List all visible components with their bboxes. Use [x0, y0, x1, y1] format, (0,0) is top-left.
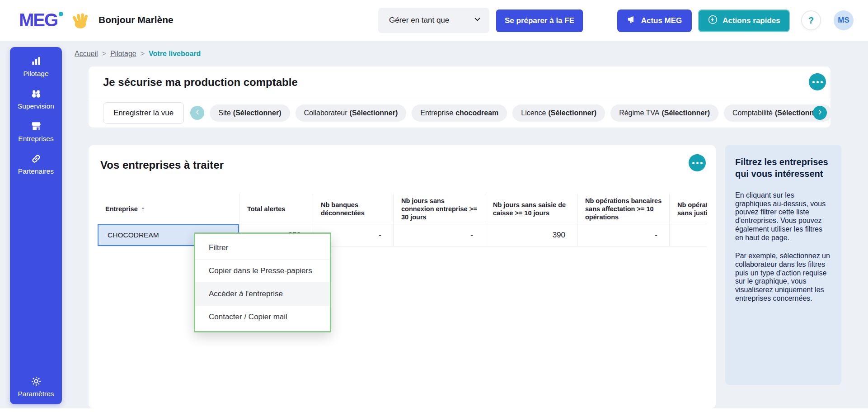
filter-value: (Sélectionner) [662, 109, 710, 117]
context-menu-item-acceder-entreprise[interactable]: Accéder à l'entreprise [195, 282, 330, 305]
filter-pill-regime-tva[interactable]: Régime TVA (Sélectionner) [610, 104, 718, 122]
context-menu: Filtrer Copier dans le Presse-papiers Ac… [194, 232, 331, 332]
help-button[interactable]: ? [801, 10, 821, 30]
filter-pill-entreprise[interactable]: Entreprise chocodream [412, 104, 507, 122]
lightning-icon [708, 14, 718, 27]
column-header-nb-jours-caisse[interactable]: Nb jours sans saisie de caisse >= 10 jou… [485, 194, 577, 224]
liveboard-card: Je sécurise ma production comptable Enre… [89, 66, 830, 128]
cell-nb-ops-affectation[interactable]: - [577, 224, 670, 246]
cell-nb-jours-caisse[interactable]: 390 [485, 224, 577, 246]
sidebar-label-parametres: Paramètres [18, 390, 54, 398]
sidebar-item-partenaires[interactable]: Partenaires [10, 153, 62, 175]
column-header-nb-banques[interactable]: Nb banques déconnectées [313, 194, 394, 224]
ellipsis-icon [821, 81, 823, 83]
filter-label: Entreprise [420, 109, 453, 117]
question-mark-icon: ? [808, 15, 814, 26]
filters-scroll-left-button[interactable] [190, 106, 204, 120]
prepare-fe-label: Se préparer à la FE [505, 16, 574, 25]
chevron-left-icon [194, 109, 201, 117]
logo-text: MEG [19, 11, 57, 29]
context-menu-item-filtrer[interactable]: Filtrer [195, 237, 330, 259]
column-header-entreprise[interactable]: Entreprise ↑ [98, 194, 239, 224]
save-view-button[interactable]: Enregistrer la vue [103, 102, 184, 124]
filter-pill-licence[interactable]: Licence (Sélectionner) [512, 104, 605, 122]
sidebar-label-partenaires: Partenaires [18, 167, 54, 175]
waving-hand-icon [71, 11, 89, 29]
sidebar-item-supervision[interactable]: Supervision [10, 88, 62, 110]
filter-value: (Sélectionner) [233, 109, 282, 117]
page-bottom-strip [0, 408, 868, 412]
chevron-right-icon [816, 109, 824, 117]
info-panel-paragraph-2: Par exemple, sélectionnez un collaborate… [735, 252, 831, 303]
cell-nb-jours-connexion[interactable]: - [394, 224, 485, 246]
filter-value: chocodream [455, 109, 498, 117]
breadcrumb-separator: > [102, 50, 106, 58]
ellipsis-icon [700, 162, 703, 164]
filter-label: Régime TVA [619, 109, 659, 117]
sidebar-item-pilotage[interactable]: Pilotage [10, 55, 62, 78]
filter-label: Licence [521, 109, 546, 117]
breadcrumb-separator: > [141, 50, 145, 58]
top-header: MEG Bonjour Marlène Gérer en tant que [0, 0, 868, 41]
sidebar-label-entreprises: Entreprises [18, 135, 53, 143]
ellipsis-icon [812, 81, 815, 83]
column-header-nb-ops-justificatif[interactable]: Nb opérations bancaires sans justificati… [670, 194, 707, 224]
liveboard-title-row: Je sécurise ma production comptable [89, 66, 830, 98]
sidebar-label-supervision: Supervision [18, 102, 54, 110]
meg-app-screen: MEG Bonjour Marlène Gérer en tant que [0, 0, 868, 412]
breadcrumb: Accueil > Pilotage > Votre liveboard [75, 50, 201, 58]
megaphone-icon [627, 15, 637, 27]
cell-nb-ops-justificatif[interactable] [670, 224, 707, 246]
sidebar-item-parametres[interactable]: Paramètres [10, 375, 62, 398]
binoculars-icon [30, 88, 42, 99]
manage-as-label: Gérer en tant que [389, 16, 449, 25]
info-panel: Filtrez les entreprises qui vous intéres… [725, 145, 841, 385]
filter-label: Comptabilité [732, 109, 773, 117]
quick-actions-button[interactable]: Actions rapides [698, 9, 790, 32]
storefront-icon [30, 120, 42, 132]
breadcrumb-accueil[interactable]: Accueil [75, 50, 98, 58]
entreprises-more-button[interactable] [689, 154, 706, 171]
filter-pill-collaborateur[interactable]: Collaborateur (Sélectionner) [296, 104, 407, 122]
quick-actions-label: Actions rapides [723, 16, 780, 25]
ellipsis-icon [816, 81, 819, 83]
meg-logo[interactable]: MEG [19, 11, 63, 29]
liveboard-more-button[interactable] [809, 73, 826, 90]
column-header-nb-jours-connexion[interactable]: Nb jours sans connexion entreprise >= 30… [394, 194, 485, 224]
link-icon [30, 153, 42, 165]
liveboard-title: Je sécurise ma production comptable [103, 76, 298, 89]
manage-as-dropdown[interactable]: Gérer en tant que [378, 8, 489, 33]
user-avatar[interactable]: MS [834, 10, 854, 30]
filter-pill-site[interactable]: Site (Sélectionner) [210, 104, 290, 122]
filter-label: Site [218, 109, 231, 117]
logo-dot-icon [59, 12, 63, 16]
column-header-total-alertes[interactable]: Total alertes [239, 194, 313, 224]
filter-pills: Site (Sélectionner) Collaborateur (Sélec… [210, 104, 830, 122]
column-header-nb-ops-affectation[interactable]: Nb opérations bancaires sans affectation… [577, 194, 670, 224]
sidebar-label-pilotage: Pilotage [23, 70, 48, 78]
sidebar-item-entreprises[interactable]: Entreprises [10, 120, 62, 143]
breadcrumb-current: Votre liveboard [149, 50, 201, 58]
ellipsis-icon [696, 162, 699, 164]
main-sidebar: Pilotage Supervision Entreprises Partena… [10, 47, 62, 404]
filter-value: (Sélectionner) [548, 109, 596, 117]
info-panel-title: Filtrez les entreprises qui vous intéres… [735, 156, 831, 180]
ellipsis-icon [692, 162, 694, 164]
prepare-fe-button[interactable]: Se préparer à la FE [496, 9, 583, 32]
info-panel-paragraph-1: En cliquant sur les graphiques au-dessus… [735, 191, 831, 242]
chevron-down-icon [474, 15, 481, 25]
table-header-row: Entreprise ↑ Total alertes Nb banques dé… [98, 194, 707, 224]
breadcrumb-pilotage[interactable]: Pilotage [110, 50, 136, 58]
sort-asc-icon[interactable]: ↑ [141, 205, 145, 213]
entreprises-card-title: Vos entreprises à traiter [100, 159, 224, 171]
filter-value: (Sélectionner) [350, 109, 398, 117]
filter-row: Enregistrer la vue Site (Sélectionner) C… [89, 98, 830, 128]
actus-meg-label: Actus MEG [641, 16, 682, 25]
column-label: Entreprise [105, 205, 138, 213]
bar-chart-icon [30, 55, 42, 67]
actus-meg-button[interactable]: Actus MEG [617, 9, 692, 32]
context-menu-item-contacter-copier-mail[interactable]: Contacter / Copier mail [195, 305, 330, 328]
entreprises-card: Vos entreprises à traiter Entreprise ↑ T… [89, 145, 716, 408]
context-menu-item-copier-presse-papiers[interactable]: Copier dans le Presse-papiers [195, 259, 330, 282]
filters-scroll-right-button[interactable] [813, 106, 827, 120]
